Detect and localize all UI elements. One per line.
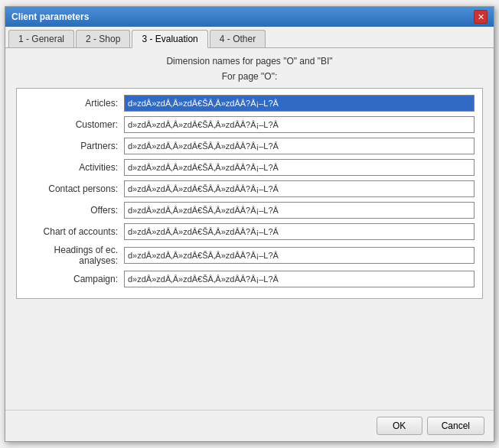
tab-other[interactable]: 4 - Other [210,30,266,47]
dialog-footer: OK Cancel [5,410,494,441]
field-label: Contact persons: [24,183,124,194]
field-label: Offers: [24,205,124,216]
table-row: Campaign: [24,271,475,287]
tab-bar: 1 - General 2 - Shop 3 - Evaluation 4 - … [5,27,494,48]
close-button[interactable]: ✕ [474,10,488,24]
ok-button[interactable]: OK [377,417,422,435]
field-input[interactable] [124,95,475,112]
field-input[interactable] [124,138,475,154]
tab-evaluation[interactable]: 3 - Evaluation [132,30,207,48]
field-input[interactable] [124,159,475,176]
tab-general[interactable]: 1 - General [8,30,74,47]
field-label: Campaign: [24,274,124,284]
section-title: Dimension names for pages "O" and "BI" [16,56,483,67]
field-label: Activities: [24,162,124,173]
field-label: Headings of ec. analyses: [24,245,124,266]
tab-shop[interactable]: 2 - Shop [76,30,130,47]
table-row: Contact persons: [24,180,475,197]
fields-container: Articles:Customer:Partners:Activities:Co… [16,88,483,299]
field-label: Chart of accounts: [24,226,124,237]
table-row: Headings of ec. analyses: [24,245,475,266]
table-row: Articles: [24,95,475,112]
field-input[interactable] [124,180,475,197]
table-row: Offers: [24,202,475,219]
field-input[interactable] [124,202,475,219]
table-row: Partners: [24,138,475,154]
page-label: For page "O": [16,71,483,82]
dialog-title: Client parameters [11,11,89,22]
field-input[interactable] [124,247,475,264]
field-label: Customer: [24,119,124,130]
table-row: Chart of accounts: [24,223,475,240]
field-input[interactable] [124,271,475,287]
table-row: Customer: [24,116,475,133]
tab-content: Dimension names for pages "O" and "BI" F… [5,48,494,410]
field-label: Partners: [24,141,124,151]
field-input[interactable] [124,223,475,240]
field-input[interactable] [124,116,475,133]
client-parameters-dialog: Client parameters ✕ 1 - General 2 - Shop… [5,6,494,442]
field-label: Articles: [24,98,124,109]
cancel-button[interactable]: Cancel [427,417,484,435]
title-bar: Client parameters ✕ [5,7,494,27]
table-row: Activities: [24,159,475,176]
